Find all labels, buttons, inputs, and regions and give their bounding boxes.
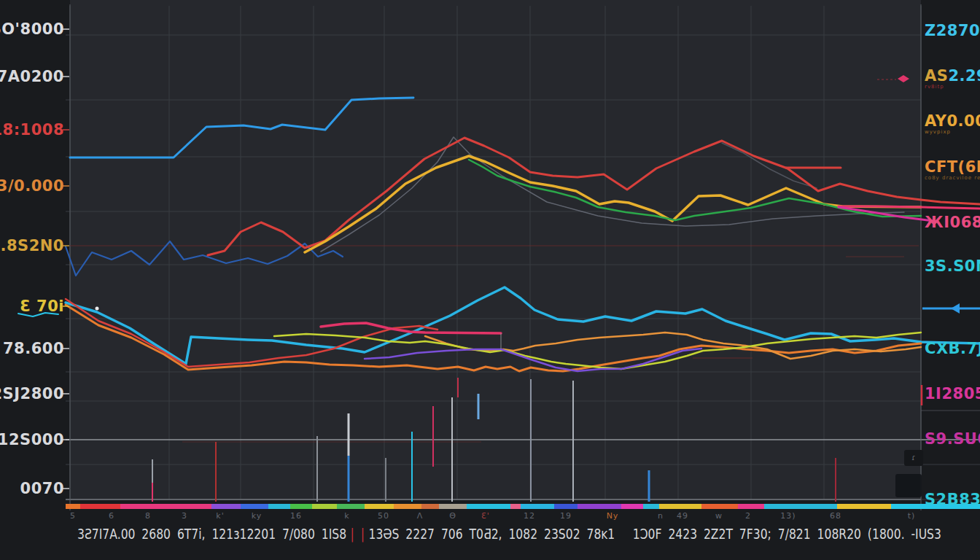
rainbow-strip-segment xyxy=(120,504,211,509)
series-yellow-main xyxy=(305,156,921,252)
right-axis-label-subtext: wyvpixp xyxy=(925,130,980,135)
chart-window: 1SO'800027A020018:100813/0.00014.8S2N0Ɛ … xyxy=(0,0,980,560)
right-axis-label: CXB.7JSIS xyxy=(925,341,980,357)
price-alert-diamond-icon[interactable] xyxy=(898,75,909,82)
rainbow-strip-segment xyxy=(421,504,439,509)
rainbow-strip-segment xyxy=(659,504,701,509)
rainbow-strip-segment xyxy=(643,504,659,509)
bottom-axis-text-left: 3Ƨ7I7A.00 2680 6T7i, 121ɜ12201 7/080 1IS… xyxy=(77,525,346,542)
right-axis-label-value: 2.2900I xyxy=(948,67,980,85)
right-axis-label-value: S2B8308 xyxy=(925,491,980,508)
rainbow-strip-segment xyxy=(510,504,521,509)
x-tick-label: 5 xyxy=(70,511,76,521)
right-axis-label: S2B8308 xyxy=(925,492,980,508)
left-axis-label: Ɛ 70i xyxy=(20,299,64,314)
right-axis-label: AS2.2900Irv8itp xyxy=(925,69,980,90)
x-tick-label: w xyxy=(715,511,723,521)
x-tick-label: k xyxy=(344,511,349,521)
rainbow-strip-segment xyxy=(394,504,421,509)
x-tick-label: 12 xyxy=(524,511,535,521)
rainbow-strip-segment xyxy=(738,504,764,509)
right-axis-label: AY0.00IC0wyvpixp xyxy=(925,114,980,135)
left-axis-label: 12S000 xyxy=(0,432,64,448)
rainbow-strip-segment xyxy=(211,504,241,509)
rainbow-strip-segment xyxy=(80,504,120,509)
rainbow-strip-segment xyxy=(241,504,268,509)
right-axis-label-value: AY0.00IC0 xyxy=(925,112,980,130)
x-tick-label: 13) xyxy=(780,511,796,521)
bottom-axis-red-separator: | | xyxy=(346,525,368,542)
right-axis-label-value: CFT(6DD0 xyxy=(925,158,980,176)
x-tick-label: Ɛ' xyxy=(481,511,490,521)
right-axis-label: S9.SU00R xyxy=(925,432,980,447)
series-blue-step xyxy=(70,98,413,158)
x-axis-label-row: 3Ƨ7I7A.00 2680 6T7i, 121ɜ12201 7/080 1IS… xyxy=(77,525,941,542)
right-axis-label-value: S9.SU00R xyxy=(925,430,980,448)
x-tick-label: 3 xyxy=(182,511,187,521)
data-point-dot xyxy=(96,307,99,311)
left-axis-label: 14.8S2N0 xyxy=(0,238,64,254)
rainbow-strip-segment xyxy=(467,504,510,509)
price-arrow-icon[interactable] xyxy=(951,303,960,314)
x-tick-label: 19 xyxy=(560,511,572,521)
x-tick-label: Θ xyxy=(449,511,456,521)
series-cyan-main xyxy=(66,287,980,364)
x-tick-label: 8 xyxy=(145,511,151,521)
rainbow-strip-segment xyxy=(337,504,365,509)
left-axis-label: 18:1008 xyxy=(0,122,64,138)
rainbow-strip-segment xyxy=(439,504,467,509)
rainbow-strip-segment xyxy=(521,504,554,509)
left-axis-label: 1SO'8000 xyxy=(0,22,64,37)
ui-fragment-panel xyxy=(895,474,922,497)
x-tick-label: 68 xyxy=(830,511,841,521)
right-axis-label-subtext: co8y dracviloe ree xyxy=(925,176,980,181)
rainbow-strip-segment xyxy=(312,504,337,509)
right-axis-label-subtext: rv8itp xyxy=(925,85,980,90)
bottom-axis-text-right: 13ƏS 2227 706 T0Ƌ2, 1082 23S02 78ᴋ1 1Ɔ0F… xyxy=(368,525,941,542)
x-tick-label: Ny xyxy=(607,511,619,521)
right-axis-label: ЖI06888 xyxy=(925,215,980,230)
rainbow-strip-segment xyxy=(554,504,578,509)
price-chart[interactable] xyxy=(0,0,980,560)
x-tick-label: k' xyxy=(216,511,224,521)
left-axis-label: 78.600 xyxy=(3,341,64,357)
left-axis-label: 13/0.000 xyxy=(0,179,64,194)
x-tick-label: 16 xyxy=(290,511,302,521)
x-tick-label: ky xyxy=(252,511,262,521)
right-axis-label-value: Z287000 xyxy=(925,22,980,39)
rainbow-strip-segment xyxy=(365,504,394,509)
series-magenta-flat-bar xyxy=(321,323,501,333)
x-tick-label: Λ xyxy=(417,511,424,521)
left-axis-label: 0070 xyxy=(20,481,64,497)
series-gray-diagonal xyxy=(321,137,904,252)
rainbow-strip-segment xyxy=(837,504,891,509)
x-tick-label: 50 xyxy=(378,511,389,521)
rainbow-strip-segment xyxy=(268,504,290,509)
x-tick-label: 6 xyxy=(109,511,114,521)
series-gray-fade-top-right xyxy=(722,143,817,188)
ui-fragment-box: ɾ xyxy=(904,450,923,466)
right-axis-label: 1I280520 xyxy=(925,386,980,402)
rainbow-strip-segment xyxy=(66,504,80,509)
right-axis-label: Z287000 xyxy=(925,23,980,39)
right-axis-label: 3S.S0N0G xyxy=(925,259,980,274)
x-tick-label: 2 xyxy=(745,511,751,521)
rainbow-strip-segment xyxy=(290,504,312,509)
x-tick-label: 49 xyxy=(677,511,688,521)
right-axis-label: CFT(6DD0co8y dracviloe ree xyxy=(925,160,980,181)
rainbow-strip-segment xyxy=(578,504,621,509)
right-axis-label-value: CXB.7JSIS xyxy=(925,340,980,357)
right-axis-label-value: 3S.S0N0G xyxy=(925,257,980,275)
rainbow-strip-segment xyxy=(701,504,738,509)
series-red-main xyxy=(208,138,980,255)
rainbow-strip-segment xyxy=(621,504,643,509)
right-axis-label-prefix: AS xyxy=(925,67,948,85)
right-axis-label-value: 1I280520 xyxy=(925,385,980,402)
left-axis-label: 27A0200 xyxy=(0,69,64,85)
x-tick-label: n xyxy=(658,511,664,521)
x-tick-label: t) xyxy=(908,511,916,521)
left-axis-label: 2SJ2800 xyxy=(0,386,64,402)
right-axis-label-value: ЖI06888 xyxy=(925,214,980,231)
rainbow-strip-segment xyxy=(764,504,837,509)
